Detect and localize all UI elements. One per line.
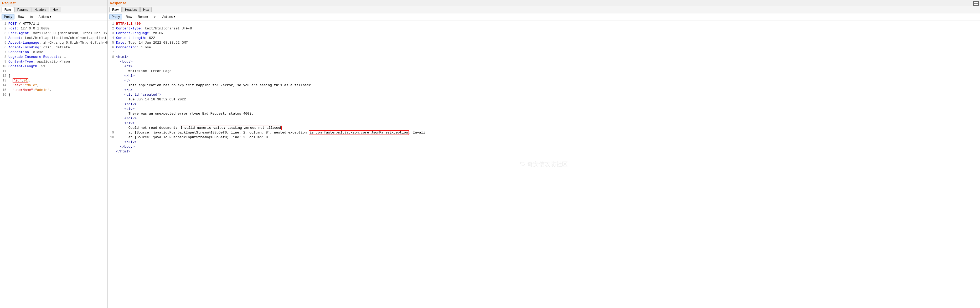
request-tab-params[interactable]: Params [14, 7, 31, 12]
request-actions-label: Actions [38, 15, 49, 19]
response-line-6: 6 Connection: close [108, 45, 980, 50]
request-header: Request [0, 0, 107, 6]
request-line-7: 7 Connection: close [0, 50, 107, 55]
request-line-16: 16 } [0, 93, 107, 97]
request-n-btn[interactable]: \n [28, 14, 35, 19]
response-line-invalid: Could not read document: Invalid numeric… [108, 126, 980, 130]
request-line-15: 15 "userName":"admin", [0, 88, 107, 93]
response-panel: Response Raw Headers Hex Pretty Raw Rend… [108, 0, 980, 308]
response-toolbar: Pretty Raw Render \n Actions ▼ [108, 13, 980, 21]
request-raw-btn[interactable]: Raw [16, 14, 27, 19]
response-line-p-close: </p> [108, 88, 980, 93]
response-actions-btn[interactable]: Actions ▼ [160, 14, 178, 19]
response-line-p: <p> [108, 78, 980, 83]
response-actions-label: Actions [162, 15, 173, 19]
response-render-btn[interactable]: Render [135, 14, 150, 19]
request-line-13: 13 "id":01, [0, 78, 107, 83]
request-actions-btn[interactable]: Actions ▼ [36, 14, 54, 19]
response-line-whitelabel: Whitelabel Error Page [108, 69, 980, 73]
response-n-btn[interactable]: \n [151, 14, 159, 19]
request-line-11: 11 [0, 69, 107, 73]
response-line-body: <body> [108, 59, 980, 64]
corner-toggle-btn[interactable] [973, 1, 979, 6]
response-line-4: 4 Content-Length: 622 [108, 36, 980, 40]
response-tab-hex[interactable]: Hex [140, 7, 151, 12]
request-tabs-row: Raw Params Headers Hex [0, 6, 107, 13]
response-line-h1-close: </h1> [108, 73, 980, 78]
response-line-div-close1: </div> [108, 102, 980, 107]
request-tab-raw[interactable]: Raw [2, 7, 14, 12]
request-line-12: 12 { [0, 73, 107, 78]
request-title: Request [2, 1, 16, 5]
response-line-html-close: </html> [108, 149, 980, 154]
request-tab-hex[interactable]: Hex [50, 7, 61, 12]
response-title: Response [110, 1, 126, 5]
request-line-5: 5 Accept-Language: zh-CN,zh;q=0.8,zh-TW;… [0, 40, 107, 45]
request-line-2: 2 Host: 127.0.0.1:8080 [0, 26, 107, 31]
response-line-7: 7 [108, 50, 980, 55]
response-raw-btn[interactable]: Raw [123, 14, 134, 19]
response-line-10: 10 at [Source: java.io.PushbackInputStre… [108, 135, 980, 140]
response-line-2: 2 Content-Type: text/html;charset=UTF-8 [108, 26, 980, 31]
request-pretty-btn[interactable]: Pretty [2, 14, 14, 19]
response-actions-chevron: ▼ [173, 16, 175, 18]
response-line-div3: <div> [108, 121, 980, 126]
request-line-6: 6 Accept-Encoding: gzip, deflate [0, 45, 107, 50]
request-line-1: 1 POST / HTTP/1.1 [0, 22, 107, 26]
response-line-body-close: </body> [108, 145, 980, 149]
response-header: Response [108, 0, 980, 6]
response-line-h1: <h1> [108, 64, 980, 69]
request-line-10: 10 Content-Length: 51 [0, 64, 107, 69]
response-line-3: 3 Content-Language: zh-CN [108, 31, 980, 36]
response-tab-headers[interactable]: Headers [122, 7, 140, 12]
request-panel: Request Raw Params Headers Hex Pretty Ra… [0, 0, 108, 308]
response-line-9: 9 at [Source: java.io.PushbackInputStrea… [108, 130, 980, 135]
response-line-div-close3: </div> [108, 140, 980, 145]
response-tab-raw[interactable]: Raw [109, 7, 122, 12]
request-tab-headers[interactable]: Headers [32, 7, 49, 12]
response-line-div-close2: </div> [108, 116, 980, 121]
response-line-div2: <div> [108, 107, 980, 112]
response-pretty-btn[interactable]: Pretty [109, 14, 122, 19]
response-line-date: Tue Jun 14 16:38:52 CST 2022 [108, 97, 980, 102]
request-content: 1 POST / HTTP/1.1 2 Host: 127.0.0.1:8080… [0, 21, 107, 308]
request-line-14: 14 "sex":"male", [0, 83, 107, 88]
response-content: 🛡 奇安信攻防社区 1 HTTP/1.1 400 2 Content-Type:… [108, 21, 980, 308]
request-toolbar: Pretty Raw \n Actions ▼ [0, 13, 107, 21]
response-line-p-content: This application has no explicit mapping… [108, 83, 980, 88]
exception-class-highlight: is com.fasterxml.jackson.core.JsonParseE… [309, 130, 409, 135]
invalid-numeric-highlight: Invalid numeric value: Leading zeroes no… [180, 126, 282, 130]
response-line-5: 5 Date: Tue, 14 Jun 2022 08:38:52 GMT [108, 40, 980, 45]
response-line-1: 1 HTTP/1.1 400 [108, 22, 980, 26]
response-line-div-created: <div id='created'> [108, 93, 980, 97]
request-line-4: 4 Accept: text/html,application/xhtml+xm… [0, 36, 107, 40]
request-line-9: 9 Content-Type: application/json [0, 59, 107, 64]
request-line-8: 8 Upgrade-Insecure-Requests: 1 [0, 55, 107, 59]
id-highlight-box: "id":01 [13, 78, 29, 83]
request-actions-chevron: ▼ [49, 16, 52, 18]
response-tabs-row: Raw Headers Hex [108, 6, 980, 13]
response-line-unexpected: There was an unexpected error (type=Bad … [108, 112, 980, 116]
response-line-8: 8 <html> [108, 55, 980, 59]
request-line-3: 3 User-Agent: Mozilla/5.0 (Macintosh; In… [0, 31, 107, 36]
main-container: Request Raw Params Headers Hex Pretty Ra… [0, 0, 980, 308]
watermark: 🛡 奇安信攻防社区 [520, 160, 568, 168]
